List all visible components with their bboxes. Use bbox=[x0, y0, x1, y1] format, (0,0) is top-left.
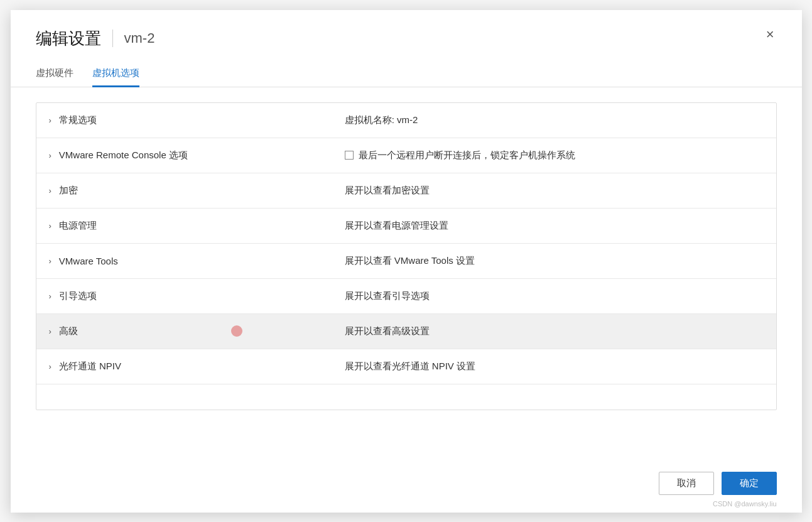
row-encryption[interactable]: › 加密 展开以查看加密设置 bbox=[36, 173, 776, 209]
dialog-footer: 取消 确定 bbox=[11, 462, 802, 513]
row-encryption-label: › 加密 bbox=[36, 176, 332, 205]
settings-content: › 常规选项 虚拟机名称: vm-2 › VMware Remote Conso… bbox=[11, 87, 802, 462]
row-power-value: 展开以查看电源管理设置 bbox=[332, 211, 776, 241]
row-vmware-tools[interactable]: › VMware Tools 展开以查看 VMware Tools 设置 bbox=[36, 244, 776, 279]
row-encryption-value: 展开以查看加密设置 bbox=[332, 176, 776, 205]
row-boot-label: › 引导选项 bbox=[36, 281, 332, 311]
row-advanced-value: 展开以查看高级设置 bbox=[332, 317, 776, 346]
chevron-general-icon: › bbox=[49, 116, 51, 125]
row-advanced-label: › 高级 bbox=[36, 317, 332, 346]
row-boot[interactable]: › 引导选项 展开以查看引导选项 bbox=[36, 279, 776, 314]
chevron-encryption-icon: › bbox=[49, 186, 51, 195]
row-vmrc-value: 最后一个远程用户断开连接后，锁定客户机操作系统 bbox=[332, 141, 776, 170]
dialog-subtitle: vm-2 bbox=[124, 30, 155, 46]
row-boot-value: 展开以查看引导选项 bbox=[332, 281, 776, 311]
row-empty bbox=[36, 384, 776, 410]
vmrc-checkbox-area: 最后一个远程用户断开连接后，锁定客户机操作系统 bbox=[345, 150, 575, 161]
cancel-button[interactable]: 取消 bbox=[659, 472, 714, 495]
chevron-vmware-tools-icon: › bbox=[49, 256, 51, 266]
row-power-label: › 电源管理 bbox=[36, 211, 332, 241]
settings-table: › 常规选项 虚拟机名称: vm-2 › VMware Remote Conso… bbox=[36, 102, 777, 410]
chevron-npiv-icon: › bbox=[49, 362, 51, 371]
row-vmrc[interactable]: › VMware Remote Console 选项 最后一个远程用户断开连接后… bbox=[36, 138, 776, 173]
tab-vm-options[interactable]: 虚拟机选项 bbox=[92, 61, 139, 87]
row-npiv-value: 展开以查看光纤通道 NPIV 设置 bbox=[332, 352, 776, 381]
row-general-value: 虚拟机名称: vm-2 bbox=[332, 106, 776, 135]
row-general-label: › 常规选项 bbox=[36, 106, 332, 135]
vmrc-checkbox[interactable] bbox=[345, 151, 354, 160]
chevron-vmrc-icon: › bbox=[49, 151, 51, 160]
row-npiv-label: › 光纤通道 NPIV bbox=[36, 352, 332, 381]
row-vmware-tools-label: › VMware Tools bbox=[36, 247, 332, 275]
row-empty-label bbox=[36, 388, 332, 406]
chevron-advanced-icon: › bbox=[49, 327, 51, 336]
row-general[interactable]: › 常规选项 虚拟机名称: vm-2 bbox=[36, 103, 776, 138]
edit-settings-dialog: 编辑设置 vm-2 × 虚拟硬件 虚拟机选项 › 常规选项 虚拟机名称: vm-… bbox=[11, 10, 802, 513]
chevron-power-icon: › bbox=[49, 221, 51, 231]
row-power[interactable]: › 电源管理 展开以查看电源管理设置 bbox=[36, 209, 776, 244]
dialog-header: 编辑设置 vm-2 × bbox=[11, 10, 802, 50]
dialog-title: 编辑设置 bbox=[36, 28, 101, 50]
row-vmware-tools-value: 展开以查看 VMware Tools 设置 bbox=[332, 246, 776, 276]
close-button[interactable]: × bbox=[761, 25, 779, 44]
header-separator bbox=[112, 30, 113, 47]
row-advanced[interactable]: › 高级 展开以查看高级设置 bbox=[36, 314, 776, 349]
tab-bar: 虚拟硬件 虚拟机选项 bbox=[11, 61, 802, 87]
row-vmrc-label: › VMware Remote Console 选项 bbox=[36, 141, 332, 170]
row-empty-value bbox=[332, 388, 776, 406]
confirm-button[interactable]: 确定 bbox=[722, 472, 777, 495]
row-npiv[interactable]: › 光纤通道 NPIV 展开以查看光纤通道 NPIV 设置 bbox=[36, 349, 776, 384]
chevron-boot-icon: › bbox=[49, 291, 51, 301]
watermark: CSDN @dawnsky.liu bbox=[713, 500, 776, 508]
tab-virtual-hardware[interactable]: 虚拟硬件 bbox=[36, 61, 73, 87]
